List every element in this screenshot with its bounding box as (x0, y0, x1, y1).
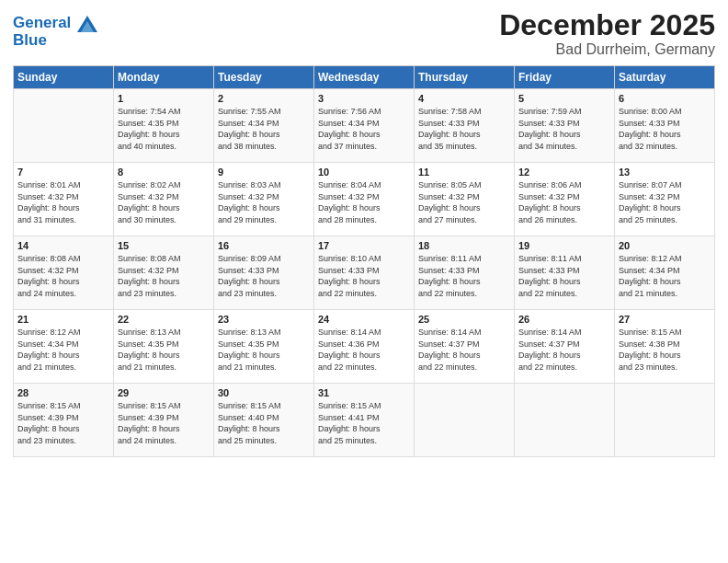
cell-2-3: 9Sunrise: 8:03 AM Sunset: 4:32 PM Daylig… (214, 163, 314, 236)
cell-info: Sunrise: 8:14 AM Sunset: 4:37 PM Dayligh… (418, 327, 510, 373)
cell-5-6 (515, 384, 615, 457)
cell-3-1: 14Sunrise: 8:08 AM Sunset: 4:32 PM Dayli… (14, 236, 114, 310)
day-number: 20 (619, 240, 711, 251)
cell-info: Sunrise: 8:04 AM Sunset: 4:32 PM Dayligh… (318, 179, 410, 225)
cell-info: Sunrise: 8:15 AM Sunset: 4:39 PM Dayligh… (118, 400, 210, 446)
cell-info: Sunrise: 8:15 AM Sunset: 4:39 PM Dayligh… (17, 400, 109, 446)
cell-info: Sunrise: 8:08 AM Sunset: 4:32 PM Dayligh… (17, 253, 109, 299)
cell-info: Sunrise: 8:12 AM Sunset: 4:34 PM Dayligh… (619, 253, 711, 299)
cell-5-3: 30Sunrise: 8:15 AM Sunset: 4:40 PM Dayli… (214, 384, 314, 457)
col-tuesday: Tuesday (214, 66, 314, 89)
day-number: 9 (218, 167, 310, 178)
cell-info: Sunrise: 8:13 AM Sunset: 4:35 PM Dayligh… (118, 327, 210, 373)
cell-2-5: 11Sunrise: 8:05 AM Sunset: 4:32 PM Dayli… (415, 163, 515, 236)
logo-line2: Blue (13, 32, 97, 50)
cell-info: Sunrise: 8:14 AM Sunset: 4:37 PM Dayligh… (518, 327, 610, 373)
cell-3-2: 15Sunrise: 8:08 AM Sunset: 4:32 PM Dayli… (114, 236, 214, 310)
day-number: 12 (518, 167, 610, 178)
cell-2-1: 7Sunrise: 8:01 AM Sunset: 4:32 PM Daylig… (14, 163, 114, 236)
day-number: 11 (418, 167, 510, 178)
cell-1-5: 4Sunrise: 7:58 AM Sunset: 4:33 PM Daylig… (415, 89, 515, 163)
cell-info: Sunrise: 8:15 AM Sunset: 4:40 PM Dayligh… (218, 400, 310, 446)
day-number: 31 (318, 387, 410, 398)
logo-text: General (13, 15, 97, 32)
cell-info: Sunrise: 8:11 AM Sunset: 4:33 PM Dayligh… (418, 253, 510, 299)
day-number: 13 (619, 167, 711, 178)
cell-1-7: 6Sunrise: 8:00 AM Sunset: 4:33 PM Daylig… (615, 89, 715, 163)
title-block: December 2025 Bad Durrheim, Germany (499, 9, 715, 58)
cell-info: Sunrise: 8:02 AM Sunset: 4:32 PM Dayligh… (118, 179, 210, 225)
cell-4-7: 27Sunrise: 8:15 AM Sunset: 4:38 PM Dayli… (615, 310, 715, 384)
col-wednesday: Wednesday (314, 66, 415, 89)
day-number: 7 (17, 167, 109, 178)
col-saturday: Saturday (615, 66, 715, 89)
day-number: 25 (418, 314, 510, 325)
cell-2-2: 8Sunrise: 8:02 AM Sunset: 4:32 PM Daylig… (114, 163, 214, 236)
week-row-4: 21Sunrise: 8:12 AM Sunset: 4:34 PM Dayli… (14, 310, 715, 384)
cell-1-2: 1Sunrise: 7:54 AM Sunset: 4:35 PM Daylig… (114, 89, 214, 163)
day-number: 29 (118, 387, 210, 398)
page-subtitle: Bad Durrheim, Germany (499, 41, 715, 58)
cell-2-4: 10Sunrise: 8:04 AM Sunset: 4:32 PM Dayli… (314, 163, 415, 236)
cell-2-7: 13Sunrise: 8:07 AM Sunset: 4:32 PM Dayli… (615, 163, 715, 236)
col-friday: Friday (515, 66, 615, 89)
cell-info: Sunrise: 7:58 AM Sunset: 4:33 PM Dayligh… (418, 106, 510, 152)
col-sunday: Sunday (14, 66, 114, 89)
cell-info: Sunrise: 8:00 AM Sunset: 4:33 PM Dayligh… (619, 106, 711, 152)
cell-info: Sunrise: 8:07 AM Sunset: 4:32 PM Dayligh… (619, 179, 711, 225)
day-number: 21 (17, 314, 109, 325)
day-number: 8 (118, 167, 210, 178)
day-number: 5 (518, 93, 610, 104)
cell-2-6: 12Sunrise: 8:06 AM Sunset: 4:32 PM Dayli… (515, 163, 615, 236)
cell-3-7: 20Sunrise: 8:12 AM Sunset: 4:34 PM Dayli… (615, 236, 715, 310)
cell-5-2: 29Sunrise: 8:15 AM Sunset: 4:39 PM Dayli… (114, 384, 214, 457)
page-container: General Blue December 2025 Bad Durrheim,… (0, 0, 728, 466)
cell-1-3: 2Sunrise: 7:55 AM Sunset: 4:34 PM Daylig… (214, 89, 314, 163)
cell-1-6: 5Sunrise: 7:59 AM Sunset: 4:33 PM Daylig… (515, 89, 615, 163)
col-monday: Monday (114, 66, 214, 89)
logo: General Blue (13, 15, 97, 49)
cell-info: Sunrise: 7:56 AM Sunset: 4:34 PM Dayligh… (318, 106, 410, 152)
cell-3-4: 17Sunrise: 8:10 AM Sunset: 4:33 PM Dayli… (314, 236, 415, 310)
day-number: 10 (318, 167, 410, 178)
day-number: 15 (118, 240, 210, 251)
week-row-2: 7Sunrise: 8:01 AM Sunset: 4:32 PM Daylig… (14, 163, 715, 236)
day-number: 28 (17, 387, 109, 398)
cell-info: Sunrise: 8:11 AM Sunset: 4:33 PM Dayligh… (518, 253, 610, 299)
cell-info: Sunrise: 8:15 AM Sunset: 4:41 PM Dayligh… (318, 400, 410, 446)
cell-1-4: 3Sunrise: 7:56 AM Sunset: 4:34 PM Daylig… (314, 89, 415, 163)
cell-info: Sunrise: 7:54 AM Sunset: 4:35 PM Dayligh… (118, 106, 210, 152)
day-number: 3 (318, 93, 410, 104)
cell-5-1: 28Sunrise: 8:15 AM Sunset: 4:39 PM Dayli… (14, 384, 114, 457)
day-number: 23 (218, 314, 310, 325)
day-number: 22 (118, 314, 210, 325)
cell-info: Sunrise: 7:55 AM Sunset: 4:34 PM Dayligh… (218, 106, 310, 152)
col-thursday: Thursday (415, 66, 515, 89)
calendar-table: Sunday Monday Tuesday Wednesday Thursday… (13, 65, 715, 457)
day-number: 2 (218, 93, 310, 104)
cell-5-7 (615, 384, 715, 457)
day-number: 4 (418, 93, 510, 104)
cell-4-4: 24Sunrise: 8:14 AM Sunset: 4:36 PM Dayli… (314, 310, 415, 384)
header: General Blue December 2025 Bad Durrheim,… (13, 9, 715, 58)
cell-3-5: 18Sunrise: 8:11 AM Sunset: 4:33 PM Dayli… (415, 236, 515, 310)
cell-info: Sunrise: 8:09 AM Sunset: 4:33 PM Dayligh… (218, 253, 310, 299)
cell-info: Sunrise: 8:01 AM Sunset: 4:32 PM Dayligh… (17, 179, 109, 225)
day-number: 18 (418, 240, 510, 251)
cell-info: Sunrise: 7:59 AM Sunset: 4:33 PM Dayligh… (518, 106, 610, 152)
header-row: Sunday Monday Tuesday Wednesday Thursday… (14, 66, 715, 89)
cell-4-5: 25Sunrise: 8:14 AM Sunset: 4:37 PM Dayli… (415, 310, 515, 384)
logo-icon (77, 16, 97, 32)
cell-info: Sunrise: 8:15 AM Sunset: 4:38 PM Dayligh… (619, 327, 711, 373)
cell-3-3: 16Sunrise: 8:09 AM Sunset: 4:33 PM Dayli… (214, 236, 314, 310)
day-number: 6 (619, 93, 711, 104)
day-number: 19 (518, 240, 610, 251)
day-number: 16 (218, 240, 310, 251)
cell-info: Sunrise: 8:06 AM Sunset: 4:32 PM Dayligh… (518, 179, 610, 225)
week-row-1: 1Sunrise: 7:54 AM Sunset: 4:35 PM Daylig… (14, 89, 715, 163)
day-number: 1 (118, 93, 210, 104)
day-number: 27 (619, 314, 711, 325)
cell-4-6: 26Sunrise: 8:14 AM Sunset: 4:37 PM Dayli… (515, 310, 615, 384)
day-number: 24 (318, 314, 410, 325)
cell-5-4: 31Sunrise: 8:15 AM Sunset: 4:41 PM Dayli… (314, 384, 415, 457)
